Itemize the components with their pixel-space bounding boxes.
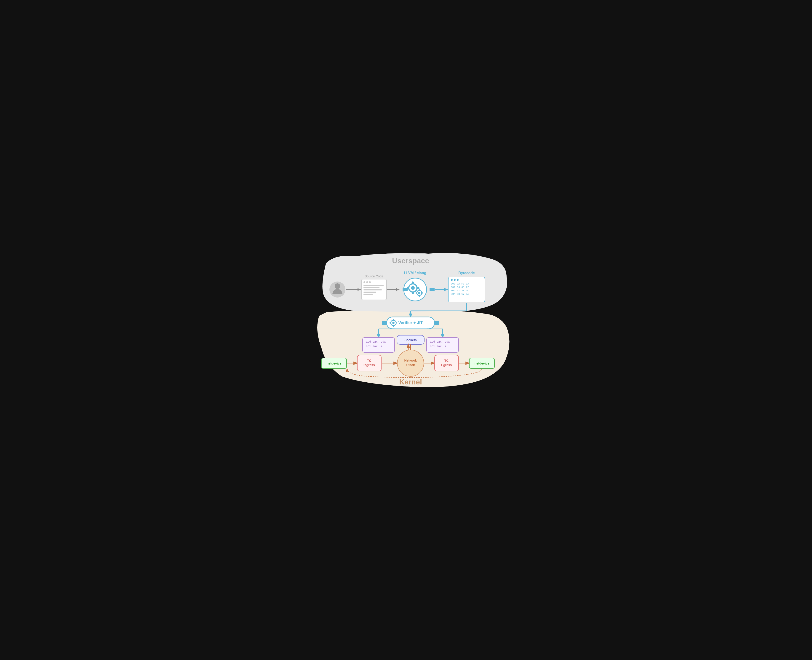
svg-rect-29 (434, 321, 439, 325)
svg-rect-33 (393, 325, 394, 327)
svg-rect-32 (393, 319, 394, 320)
bytecode-line-3: 004 3B 17 6A (451, 293, 469, 295)
svg-rect-9 (402, 288, 408, 291)
svg-point-3 (369, 281, 371, 283)
svg-rect-4 (364, 285, 384, 286)
tc-ingress-label: TC (367, 359, 372, 362)
svg-rect-15 (407, 287, 409, 289)
svg-rect-7 (364, 292, 376, 293)
userspace-title: Userspace (392, 257, 429, 265)
bytecode-line-0: 000 CA FE BA (451, 282, 469, 285)
user-head (335, 283, 340, 289)
svg-rect-34 (389, 322, 391, 324)
svg-point-1 (364, 281, 365, 283)
diagram-container: Userspace Source Code LLVM / clang (303, 245, 509, 415)
llvm-label: LLVM / clang (404, 271, 426, 275)
bpf-code-left-line1: add eax, edx (366, 340, 386, 343)
tc-egress-label: TC (445, 359, 449, 362)
main-diagram-svg: Userspace Source Code LLVM / clang (308, 249, 513, 409)
bpf-code-right-line2: sh1 eax, 2 (430, 345, 446, 348)
bpf-code-left-line2: sh1 eax, 2 (366, 345, 383, 348)
svg-rect-6 (364, 289, 382, 290)
svg-rect-28 (382, 321, 387, 325)
svg-rect-8 (364, 294, 373, 295)
netdevice-right-label: netdevice (475, 362, 489, 365)
bytecode-line-1: 001 54 65 72 (451, 286, 469, 289)
svg-point-20 (418, 292, 420, 294)
bytecode-line-2: 002 61 2F 4C (451, 289, 469, 292)
tc-ingress-sublabel: Ingress (364, 363, 375, 367)
network-stack-label-1: Network (404, 359, 417, 362)
svg-point-31 (392, 322, 394, 324)
svg-rect-22 (419, 295, 420, 297)
kernel-title: Kernel (399, 378, 422, 386)
svg-rect-5 (364, 287, 380, 288)
svg-point-2 (366, 281, 368, 283)
bpf-code-right-line1: add eax, edx (430, 340, 450, 343)
verifier-label: Verifier + JIT (398, 320, 423, 325)
tc-egress-sublabel: Egress (441, 363, 452, 367)
svg-point-26 (454, 279, 456, 281)
sockets-label: Sockets (404, 338, 417, 342)
svg-rect-23 (416, 292, 417, 294)
bytecode-label: Bytecode (458, 271, 475, 275)
svg-point-12 (411, 286, 415, 290)
svg-rect-35 (396, 322, 397, 324)
svg-rect-24 (421, 292, 423, 294)
svg-point-25 (451, 279, 453, 281)
svg-rect-10 (429, 288, 435, 291)
svg-rect-14 (412, 292, 414, 294)
netdevice-left-label: netdevice (327, 362, 342, 365)
svg-point-27 (457, 279, 459, 281)
network-stack-label-2: Stack (406, 363, 415, 367)
svg-rect-21 (419, 289, 420, 291)
source-code-label: Source Code (365, 274, 383, 278)
